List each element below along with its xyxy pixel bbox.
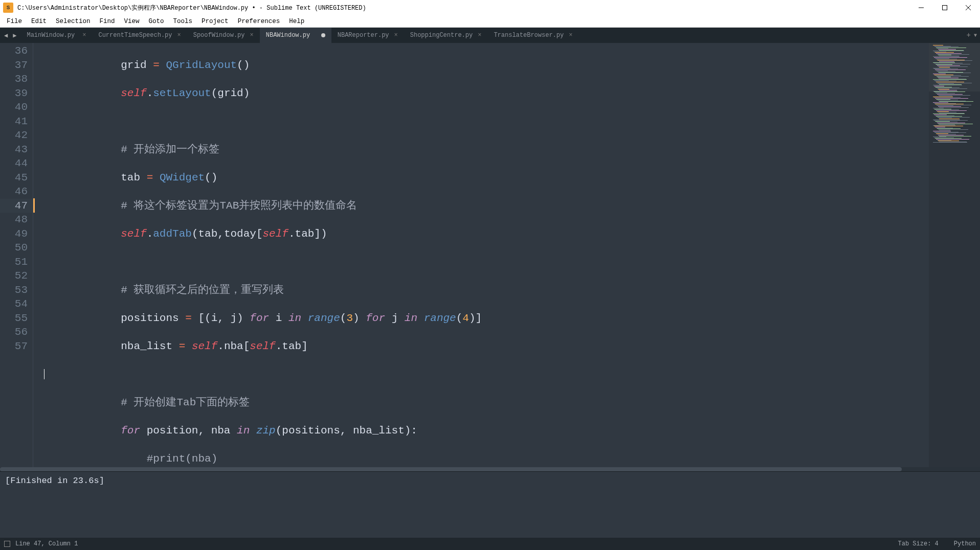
horizontal-scrollbar[interactable]: [0, 467, 980, 471]
cursor-position[interactable]: Line 47, Column 1: [15, 540, 78, 547]
tab-nav: ◀ ▶: [0, 28, 20, 43]
window-title: C:\Users\Administrator\Desktop\实例程序\NBAR…: [16, 4, 909, 12]
menu-file[interactable]: File: [2, 16, 27, 27]
syntax-language[interactable]: Python: [954, 540, 976, 547]
gutter[interactable]: 3637383940414243444546474849505152535455…: [0, 43, 33, 467]
console-output: [Finished in 23.6s]: [5, 476, 104, 486]
menu-preferences[interactable]: Preferences: [233, 16, 285, 27]
menu-goto[interactable]: Goto: [144, 16, 169, 27]
menu-help[interactable]: Help: [284, 16, 309, 27]
new-tab-icon[interactable]: +: [967, 31, 971, 39]
panel-switcher-icon[interactable]: [4, 541, 10, 547]
close-icon[interactable]: ×: [82, 32, 86, 39]
tab-label: NBAWindow.py: [266, 32, 316, 39]
code-area[interactable]: grid = QGridLayout() self.setLayout(grid…: [36, 43, 929, 467]
dirty-indicator-icon: [321, 33, 325, 37]
tab-mainwindow[interactable]: MainWindow.py×: [20, 28, 92, 43]
menu-view[interactable]: View: [120, 16, 144, 27]
titlebar: S C:\Users\Administrator\Desktop\实例程序\NB…: [0, 0, 980, 15]
scrollbar-thumb[interactable]: [0, 467, 902, 471]
tab-label: MainWindow.py: [27, 32, 77, 39]
tab-nbareporter[interactable]: NBAReporter.py×: [331, 28, 404, 43]
svg-rect-1: [943, 6, 947, 10]
tab-label: TranslateBrowser.py: [494, 32, 564, 39]
close-button[interactable]: [956, 0, 980, 15]
statusbar: Line 47, Column 1 Tab Size: 4 Python: [0, 538, 980, 550]
menubar: File Edit Selection Find View Goto Tools…: [0, 15, 980, 28]
menu-selection[interactable]: Selection: [51, 16, 95, 27]
output-panel[interactable]: [Finished in 23.6s]: [0, 471, 980, 538]
maximize-button[interactable]: [933, 0, 956, 15]
tab-label: NBAReporter.py: [338, 32, 389, 39]
minimize-button[interactable]: [909, 0, 933, 15]
window-controls: [909, 0, 980, 15]
tab-size[interactable]: Tab Size: 4: [898, 540, 939, 547]
minimap[interactable]: [929, 43, 980, 467]
fold-column: [33, 43, 36, 467]
app-icon: S: [3, 3, 13, 13]
tab-menu-icon[interactable]: ▼: [974, 33, 977, 38]
tab-label: CurrentTimeSpeech.py: [98, 32, 172, 39]
tab-shoppingcentre[interactable]: ShoppingCentre.py×: [404, 28, 488, 43]
tab-label: ShoppingCentre.py: [410, 32, 473, 39]
menu-tools[interactable]: Tools: [169, 16, 197, 27]
editor: 3637383940414243444546474849505152535455…: [0, 43, 980, 467]
close-icon[interactable]: ×: [569, 32, 572, 39]
tab-forward-icon[interactable]: ▶: [11, 31, 18, 40]
tab-actions: + ▼: [964, 28, 980, 43]
text-cursor: [44, 369, 44, 379]
close-icon[interactable]: ×: [394, 32, 398, 39]
menu-find[interactable]: Find: [95, 16, 120, 27]
tab-back-icon[interactable]: ◀: [2, 31, 10, 40]
modified-line-marker: [33, 198, 35, 213]
close-icon[interactable]: ×: [177, 32, 181, 39]
tab-currenttimespeech[interactable]: CurrentTimeSpeech.py×: [92, 28, 187, 43]
tab-label: SpoofWindow.py: [193, 32, 245, 39]
menu-edit[interactable]: Edit: [27, 16, 51, 27]
tab-spoofwindow[interactable]: SpoofWindow.py×: [187, 28, 260, 43]
close-icon[interactable]: ×: [478, 32, 481, 39]
tab-translatebrowser[interactable]: TranslateBrowser.py×: [487, 28, 578, 43]
tab-nbawindow[interactable]: NBAWindow.py: [260, 28, 331, 43]
close-icon[interactable]: ×: [250, 32, 254, 39]
tabbar: ◀ ▶ MainWindow.py× CurrentTimeSpeech.py×…: [0, 28, 980, 43]
menu-project[interactable]: Project: [197, 16, 233, 27]
